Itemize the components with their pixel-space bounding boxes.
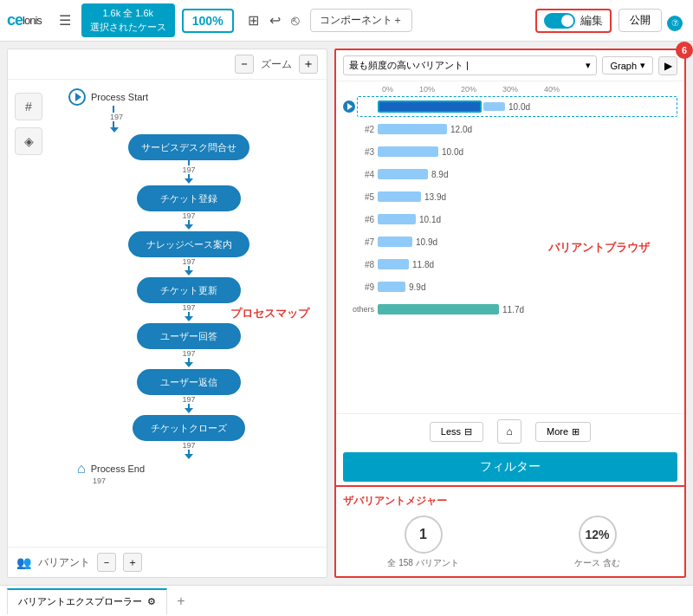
measure-percent-circle: 12% xyxy=(579,515,617,554)
less-button[interactable]: Less ⊟ xyxy=(430,422,483,442)
row9-bar: 9.9d xyxy=(378,280,677,294)
node-service-desk: サービスデスク問合せ 197 xyxy=(60,134,318,184)
share-icon[interactable]: ⎋ xyxy=(291,13,300,29)
variant-browser-label: バリアントブラウザ xyxy=(548,240,650,256)
measure-percent-sub: ケース 含む xyxy=(574,557,620,569)
node-ticket-reg: チケット登録 197 xyxy=(60,185,318,230)
component-button[interactable]: コンポーネント＋ xyxy=(310,9,412,32)
row8-bar: 11.8d xyxy=(378,257,677,271)
chart-row-3[interactable]: #3 10.0d xyxy=(343,142,677,161)
variant-explorer-tab[interactable]: バリアントエクスプローラー ⚙ xyxy=(7,588,167,614)
row-others-bar: 11.7d xyxy=(378,302,677,316)
publish-button[interactable]: 公開 xyxy=(619,9,662,32)
end-count: 197 xyxy=(93,477,318,485)
ticket-close-node[interactable]: チケットクローズ xyxy=(133,415,245,441)
process-map-panel: － ズーム ＋ # ◈ Process Start 197 サービ xyxy=(7,49,327,578)
undo-icon[interactable]: ↩ xyxy=(269,12,281,29)
chart-row-1[interactable]: 10.0d xyxy=(343,97,677,116)
measure-count-circle: 1 xyxy=(405,515,443,554)
frame-icon[interactable]: ⊞ xyxy=(248,12,259,29)
zoom-bar: － ズーム ＋ xyxy=(8,49,327,80)
node-ticket-close: チケットクローズ 197 xyxy=(60,415,318,459)
row6-bar: 10.1d xyxy=(378,212,677,226)
badge-6: 6 xyxy=(676,42,693,59)
chart-row-9[interactable]: #9 9.9d xyxy=(343,277,677,296)
chart-row-5[interactable]: #5 13.9d xyxy=(343,187,677,206)
measure-count-item: 1 全 158 バリアント xyxy=(343,515,503,569)
node-user-return: ユーザー返信 197 xyxy=(60,369,318,413)
edit-label: 編集 xyxy=(580,13,603,29)
variant-plus-button[interactable]: ＋ xyxy=(123,553,142,572)
start-label: Process Start xyxy=(91,92,148,102)
variant-minus-button[interactable]: － xyxy=(97,553,116,572)
knowledge-node[interactable]: ナレッジベース案内 xyxy=(128,231,249,257)
zoom-label: ズーム xyxy=(261,57,292,72)
variant-label-left: バリアント xyxy=(38,555,90,570)
tab-label: バリアントエクスプローラー xyxy=(18,595,142,608)
home-end-icon: ⌂ xyxy=(77,461,86,477)
logo: celonis xyxy=(7,11,42,29)
more-button[interactable]: More ⊞ xyxy=(535,422,591,442)
chart-row-6[interactable]: #6 10.1d xyxy=(343,210,677,229)
row3-bar: 10.0d xyxy=(378,145,677,159)
chart-controls: Less ⊟ ⌂ More ⊞ xyxy=(336,413,684,449)
start-node: Process Start xyxy=(68,88,318,106)
measure-row: 1 全 158 バリアント 12% ケース 含む xyxy=(343,515,677,569)
hamburger-icon[interactable]: ☰ xyxy=(55,9,74,32)
ticket-update-node[interactable]: チケット更新 xyxy=(137,277,241,303)
chart-axis: 0% 10% 20% 30% 40% xyxy=(343,85,677,97)
measure-count-sub: 全 158 バリアント xyxy=(387,557,458,569)
end-label: Process End xyxy=(91,464,145,474)
user-reply-node[interactable]: ユーザー回答 xyxy=(137,323,241,349)
ticket-reg-node[interactable]: チケット登録 xyxy=(137,185,241,211)
row5-bar: 13.9d xyxy=(378,190,677,204)
zoom-minus-button[interactable]: － xyxy=(235,55,254,74)
process-area: Process Start 197 サービスデスク問合せ 197 チケット登録 xyxy=(8,80,327,547)
row4-bar: 8.9d xyxy=(378,167,677,181)
row2-bar: 12.0d xyxy=(378,122,677,136)
filter-button[interactable]: フィルター xyxy=(343,452,677,482)
process-nodes: サービスデスク問合せ 197 チケット登録 197 ナレッジベース案内 197 xyxy=(60,134,318,459)
badge-7: ⑦ xyxy=(667,16,683,31)
graph-button[interactable]: Graph ▾ xyxy=(602,56,653,75)
case-info: 1.6k 全 1.6k 選択されたケース xyxy=(81,3,175,37)
variant-measure-section: ザバリアントメジャー 1 全 158 バリアント 12% ケース 含む xyxy=(336,485,684,576)
end-node: ⌂ Process End xyxy=(77,461,318,477)
chart-row-8[interactable]: #8 11.8d xyxy=(343,255,677,274)
badge7-container: ⑦ xyxy=(669,12,686,29)
process-map-label: プロセスマップ xyxy=(230,306,309,321)
chart-row-2[interactable]: #2 12.0d xyxy=(343,120,677,139)
measure-percent-item: 12% ケース 含む xyxy=(517,515,677,569)
variant-measure-title: ザバリアントメジャー xyxy=(343,494,677,509)
zoom-plus-button[interactable]: ＋ xyxy=(299,55,318,74)
start-connector: 197 xyxy=(110,106,318,133)
tab-settings-icon[interactable]: ⚙ xyxy=(147,596,156,607)
tab-add-button[interactable]: + xyxy=(171,591,191,612)
edit-toggle[interactable] xyxy=(544,13,575,29)
row1-play-button[interactable] xyxy=(343,101,355,113)
variant-people-icon: 👥 xyxy=(16,555,31,569)
chart-row-4[interactable]: #4 8.9d xyxy=(343,165,677,184)
edit-toggle-container: 編集 xyxy=(535,9,612,33)
variant-browser-panel: 6 最も頻度の高いバリアント | ▾ Graph ▾ ▶ 0% 10% 20% … xyxy=(334,49,686,578)
start-play-icon xyxy=(68,88,86,106)
user-return-node[interactable]: ユーザー返信 xyxy=(137,369,241,395)
node-knowledge: ナレッジベース案内 197 xyxy=(60,231,318,276)
bottom-tabs: バリアントエクスプローラー ⚙ + xyxy=(0,585,693,616)
bottom-bar-left: 👥 バリアント － ＋ xyxy=(8,547,327,577)
service-desk-node[interactable]: サービスデスク問合せ xyxy=(128,134,249,160)
topbar: celonis ☰ 1.6k 全 1.6k 選択されたケース 100% ⊞ ↩ … xyxy=(0,0,693,42)
frequency-dropdown[interactable]: 最も頻度の高いバリアント | ▾ xyxy=(343,55,597,75)
node-user-reply: ユーザー回答 197 xyxy=(60,323,318,367)
topbar-icons: ⊞ ↩ ⎋ コンポーネント＋ xyxy=(248,9,528,32)
chart-area: 0% 10% 20% 30% 40% 10.0d # xyxy=(336,81,684,413)
chart-row-others[interactable]: others 11.7d xyxy=(343,300,677,319)
nav-next-button[interactable]: ▶ xyxy=(658,56,677,75)
right-header: 最も頻度の高いバリアント | ▾ Graph ▾ ▶ xyxy=(336,50,684,81)
progress-badge: 100% xyxy=(182,9,234,33)
main-area: － ズーム ＋ # ◈ Process Start 197 サービ xyxy=(0,42,693,585)
row1-bar: 10.0d xyxy=(378,100,677,113)
home-button[interactable]: ⌂ xyxy=(497,419,521,444)
